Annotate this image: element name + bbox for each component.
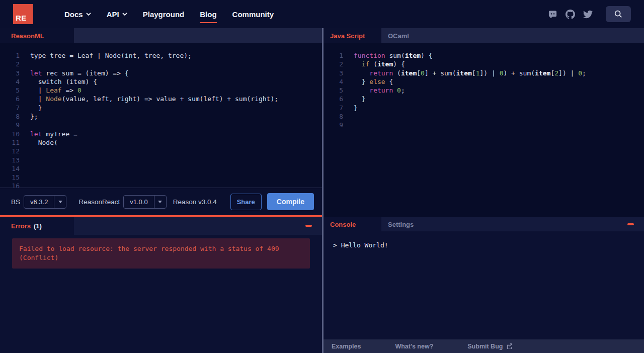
tab-errors[interactable]: Errors (1) — [0, 217, 74, 235]
reasonreact-version-value: v1.0.0 — [124, 196, 153, 208]
nav-link-api[interactable]: API — [107, 10, 127, 19]
tab-label: Java Script — [330, 32, 365, 40]
nav-link-community[interactable]: Community — [232, 10, 274, 19]
reason-version-label: Reason v3.0.4 — [173, 198, 217, 206]
line-numbers: 123456789 — [324, 51, 343, 217]
reason-panel: ReasonML 123456789101112131415161718 typ… — [0, 28, 322, 353]
chevron-down-icon — [154, 196, 166, 208]
tabbar-spacer — [74, 217, 305, 235]
js-editor: 123456789 function sum(item) { if (item)… — [324, 43, 644, 217]
tab-ocaml[interactable]: OCaml — [381, 28, 416, 43]
nav-link-label: Blog — [200, 10, 216, 19]
line-numbers: 123456789101112131415161718 — [0, 51, 20, 188]
console-output: > Hello World! — [324, 231, 644, 339]
chevron-down-icon — [86, 13, 91, 16]
right-footer: Examples What's new? Submit Bug — [324, 339, 644, 353]
nav-link-label: Playground — [143, 10, 185, 19]
tabbar-spacer — [74, 28, 322, 43]
share-button[interactable]: Share — [230, 194, 262, 210]
tab-console[interactable]: Console — [324, 217, 381, 231]
nav-link-docs[interactable]: Docs — [64, 10, 91, 19]
bs-label: BS — [11, 198, 20, 206]
whats-new-link[interactable]: What's new? — [395, 343, 433, 350]
nav-link-playground[interactable]: Playground — [143, 10, 185, 19]
console-tabbar: Console Settings — [324, 217, 644, 231]
tab-settings[interactable]: Settings — [381, 217, 421, 231]
tab-label: OCaml — [388, 32, 409, 40]
search-button[interactable] — [606, 6, 631, 22]
tab-javascript[interactable]: Java Script — [324, 28, 381, 43]
examples-link[interactable]: Examples — [332, 343, 361, 350]
right-tabbar: Java Script OCaml — [324, 28, 644, 43]
github-icon[interactable] — [566, 10, 575, 19]
nav-right — [548, 6, 631, 22]
errors-section: Errors (1) Failed to load resource: the … — [0, 217, 322, 353]
tabbar-spacer — [416, 28, 644, 43]
nav-links: Docs API Playground Blog Community — [64, 10, 274, 19]
tab-label: Settings — [388, 221, 414, 228]
bs-version-dropdown[interactable]: v6.3.2 — [24, 195, 66, 209]
error-message: Failed to load resource: the server resp… — [12, 238, 310, 269]
nav-link-blog[interactable]: Blog — [200, 10, 216, 19]
chevron-down-icon — [122, 13, 127, 16]
nav-link-label: Docs — [64, 10, 83, 19]
compile-button[interactable]: Compile — [267, 193, 314, 210]
errors-count-badge: (1) — [34, 222, 42, 230]
collapse-errors-icon[interactable] — [305, 225, 312, 227]
twitter-icon[interactable] — [583, 10, 593, 19]
main-split: ReasonML 123456789101112131415161718 typ… — [0, 28, 644, 353]
tab-label: Console — [330, 221, 356, 228]
errors-title: Errors — [11, 222, 31, 230]
output-panel: Java Script OCaml 123456789 function sum… — [324, 28, 644, 353]
external-link-icon — [506, 343, 513, 349]
reasonreact-label: ReasonReact — [78, 198, 120, 206]
left-toolbar: BS v6.3.2 ReasonReact v1.0.0 Reason v3.0… — [0, 188, 322, 215]
chevron-down-icon — [54, 196, 66, 208]
reason-code: type tree = Leaf | Node(int, tree, tree)… — [30, 51, 278, 188]
reason-logo[interactable]: RE — [13, 4, 33, 24]
tab-label: ReasonML — [11, 32, 44, 40]
nav-link-label: API — [107, 10, 119, 19]
bs-version-value: v6.3.2 — [24, 196, 54, 208]
reason-editor[interactable]: 123456789101112131415161718 type tree = … — [0, 43, 322, 188]
nav-link-label: Community — [232, 10, 274, 19]
discord-icon[interactable] — [548, 10, 557, 19]
js-code: function sum(item) { if (item) { return … — [354, 51, 586, 217]
left-tabbar: ReasonML — [0, 28, 322, 43]
submit-bug-label: Submit Bug — [467, 343, 503, 350]
submit-bug-link[interactable]: Submit Bug — [467, 343, 513, 350]
collapse-console-icon[interactable] — [627, 223, 634, 225]
search-icon — [614, 10, 623, 19]
tabbar-spacer — [421, 217, 627, 231]
errors-bar: Errors (1) — [0, 217, 322, 235]
reasonreact-version-dropdown[interactable]: v1.0.0 — [123, 195, 166, 209]
tab-reasonml[interactable]: ReasonML — [0, 28, 74, 43]
top-nav: RE Docs API Playground Blog Community — [0, 0, 644, 28]
